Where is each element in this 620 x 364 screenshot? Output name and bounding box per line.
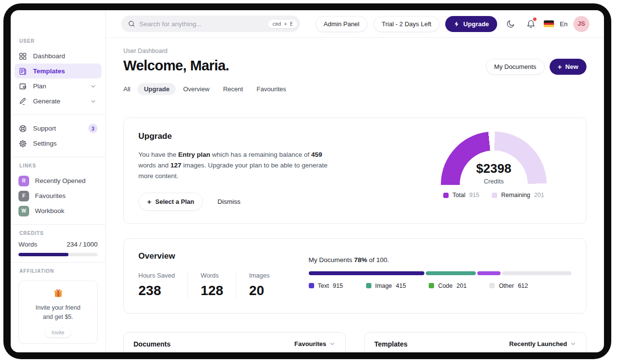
documents-stacked-bar xyxy=(309,271,571,275)
documents-progress-caption: My Documents 78% of 100. xyxy=(309,256,571,264)
trial-status-button[interactable]: Trial - 2 Days Left xyxy=(373,16,439,32)
page-title: Welcome, Maria. xyxy=(123,58,229,74)
link-label: Favourites xyxy=(35,192,66,199)
upgrade-button[interactable]: Upgrade xyxy=(445,16,497,32)
bar-segment-image xyxy=(426,271,476,275)
affiliation-card: Invite your friend and get $5. Invite xyxy=(18,281,98,344)
tab-recent[interactable]: Recent xyxy=(223,85,243,93)
invite-button[interactable]: Invite xyxy=(45,328,70,337)
sidebar-item-templates[interactable]: Templates xyxy=(15,64,101,79)
language-label[interactable]: En xyxy=(560,20,568,28)
link-tile: F xyxy=(18,191,29,201)
sidebar-item-dashboard[interactable]: Dashboard xyxy=(15,49,101,64)
legend-swatch xyxy=(443,193,449,198)
chevron-down-icon xyxy=(89,98,98,105)
upgrade-card-left: Upgrade You have the Entry plan which ha… xyxy=(138,132,329,211)
stacked-bar-legend: Text915 Image415 Code201 Other612 xyxy=(309,282,528,289)
bar-segment-other xyxy=(502,271,571,275)
app-window: USER Dashboard Templates Plan xyxy=(11,10,604,352)
select-plan-button[interactable]: + Select a Plan xyxy=(138,193,203,211)
overview-card: Overview Hours Saved 238 Words 128 Image… xyxy=(123,238,586,314)
legend-swatch xyxy=(489,283,495,288)
lifebuoy-icon xyxy=(18,124,27,133)
tab-all[interactable]: All xyxy=(123,85,130,93)
overview-right: My Documents 78% of 100. Text915 xyxy=(309,251,571,298)
sidebar-section-links: LINKS xyxy=(19,163,98,168)
search-icon xyxy=(128,20,135,28)
search-shortcut-badge: cmd + E xyxy=(268,20,297,28)
bar-segment-code xyxy=(477,271,501,275)
gauge-amount: $2398 xyxy=(441,161,547,176)
documents-card-title: Documents xyxy=(134,340,170,348)
sidebar: USER Dashboard Templates Plan xyxy=(11,10,106,352)
stat-hours-saved: Hours Saved 238 xyxy=(138,272,187,298)
legend-image: Image415 xyxy=(366,282,406,289)
sidebar-item-label: Templates xyxy=(33,67,65,75)
divider xyxy=(11,262,105,263)
divider xyxy=(11,224,105,225)
moon-icon xyxy=(506,19,515,29)
chevron-down-icon xyxy=(89,83,98,90)
sidebar-link-recently-opened[interactable]: R Recently Opened xyxy=(18,173,98,188)
legend-swatch xyxy=(492,193,497,198)
my-documents-button[interactable]: My Documents xyxy=(486,59,545,75)
legend-total: Total 915 xyxy=(443,192,479,199)
sidebar-link-workbook[interactable]: W Workbook xyxy=(18,203,98,218)
overview-left: Overview Hours Saved 238 Words 128 Image… xyxy=(138,251,283,298)
divider xyxy=(11,115,105,115)
main-area: Search for anything... cmd + E Admin Pan… xyxy=(106,10,604,352)
sidebar-item-label: Dashboard xyxy=(33,52,65,60)
documents-filter-dropdown[interactable]: Favourites xyxy=(294,340,335,347)
stat-words: Words 128 xyxy=(187,272,236,298)
link-label: Recently Opened xyxy=(35,177,85,184)
gauge-legend: Total 915 Remaining 201 xyxy=(443,192,544,199)
sidebar-item-label: Support xyxy=(33,125,56,132)
plus-icon: + xyxy=(558,63,562,71)
sidebar-item-settings[interactable]: Settings xyxy=(15,136,101,151)
overview-card-title: Overview xyxy=(138,251,283,261)
legend-other: Other612 xyxy=(489,282,528,289)
gauge-label: Credits xyxy=(441,178,547,185)
content: User Dashboard Welcome, Maria. My Docume… xyxy=(106,38,604,352)
stat-images: Images 20 xyxy=(236,272,283,298)
templates-card: Templates Recently Launched Blog Post Ti… xyxy=(364,332,586,352)
dismiss-button[interactable]: Dismiss xyxy=(218,198,240,205)
credits-progress-bar xyxy=(18,253,98,256)
wallet-icon xyxy=(18,82,27,91)
link-tile: R xyxy=(18,176,29,186)
filter-tabs: All Upgrade Overview Recent Favourites xyxy=(123,83,586,95)
grid-icon xyxy=(18,52,27,61)
link-label: Workbook xyxy=(35,207,65,215)
upgrade-card: Upgrade You have the Entry plan which ha… xyxy=(123,117,586,224)
sidebar-item-label: Plan xyxy=(33,83,46,90)
sidebar-item-generate[interactable]: Generate xyxy=(15,94,101,109)
notifications-button[interactable] xyxy=(523,17,538,31)
legend-text: Text915 xyxy=(309,282,343,289)
admin-panel-button[interactable]: Admin Panel xyxy=(316,16,368,32)
gift-icon xyxy=(53,288,64,298)
dark-mode-toggle[interactable] xyxy=(503,17,518,31)
search-input[interactable]: Search for anything... cmd + E xyxy=(121,16,300,32)
sidebar-item-plan[interactable]: Plan xyxy=(15,79,101,94)
sidebar-section-affiliation: AFFILIATION xyxy=(19,268,98,274)
plus-icon: + xyxy=(147,198,151,206)
user-avatar[interactable]: JS xyxy=(573,16,589,32)
credits-gauge-block: $2398 Credits Total 915 Remaining xyxy=(431,132,557,211)
tab-upgrade[interactable]: Upgrade xyxy=(137,83,176,95)
legend-swatch xyxy=(429,283,434,288)
divider xyxy=(11,157,105,157)
templates-filter-dropdown[interactable]: Recently Launched xyxy=(509,340,576,347)
invite-text: Invite your friend and get $5. xyxy=(24,303,92,322)
upgrade-card-body: You have the Entry plan which has a rema… xyxy=(138,149,329,182)
sidebar-item-support[interactable]: Support 3 xyxy=(15,121,101,136)
sidebar-item-label: Settings xyxy=(33,140,57,147)
tab-favourites[interactable]: Favourites xyxy=(257,85,286,93)
language-flag-germany[interactable] xyxy=(544,20,554,27)
legend-remaining: Remaining 201 xyxy=(492,192,544,199)
credits-label: Words xyxy=(18,241,37,248)
lightning-icon xyxy=(453,21,460,27)
new-button[interactable]: + New xyxy=(550,59,587,75)
sidebar-link-favourites[interactable]: F Favourites xyxy=(18,188,98,203)
tab-overview[interactable]: Overview xyxy=(183,85,209,93)
device-frame: USER Dashboard Templates Plan xyxy=(3,3,611,359)
